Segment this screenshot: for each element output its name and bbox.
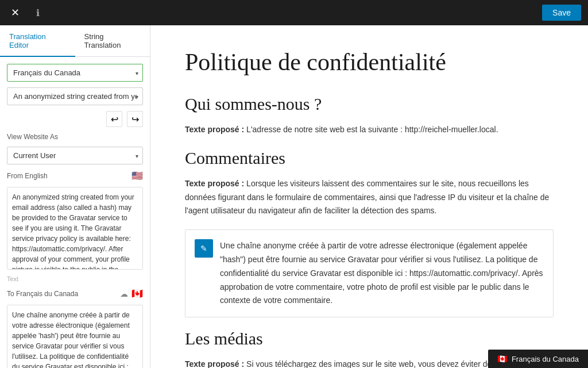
status-label: Français du Canada: [512, 355, 579, 363]
next-arrow-button[interactable]: ↪: [127, 111, 143, 127]
section-title-0: Qui sommes-nous ?: [185, 94, 554, 114]
prev-arrow-button[interactable]: ↩: [106, 111, 122, 127]
top-bar: ✕ ℹ Save: [0, 0, 588, 25]
left-panel: Translation Editor String Translation Fr…: [0, 25, 150, 368]
from-text-label: Text: [7, 275, 143, 282]
string-select[interactable]: An anonymized string created from your e…: [7, 87, 143, 105]
highlighted-text: Une chaîne anonyme créée à partir de vot…: [220, 239, 544, 308]
section-title-2: Les médias: [185, 329, 554, 348]
proposed-text-1: Texte proposé : Lorsque les visiteurs la…: [185, 177, 554, 218]
page-title: Politique de confidentialité: [185, 48, 554, 76]
from-flag: 🇺🇸: [131, 170, 143, 181]
user-select[interactable]: Current User: [7, 147, 143, 164]
save-button[interactable]: Save: [542, 5, 581, 21]
tab-translation-editor[interactable]: Translation Editor: [0, 25, 75, 56]
main-layout: Translation Editor String Translation Fr…: [0, 25, 588, 368]
to-lang-textarea[interactable]: Une chaîne anonyme créée à partir de vot…: [7, 305, 143, 368]
view-website-label: View Website As: [7, 133, 143, 141]
info-button[interactable]: ℹ: [30, 5, 46, 21]
from-english-header: From English 🇺🇸: [7, 170, 143, 181]
section-title-1: Commentaires: [185, 148, 554, 168]
status-flag: 🇨🇦: [497, 354, 507, 363]
proposed-text-0: Texte proposé : L'adresse de notre site …: [185, 123, 554, 137]
to-lang-header: To Français du Canada ☁ 🇨🇦: [7, 288, 143, 299]
panel-content: Français du CanadaFrançaisEspañol ▾ An a…: [0, 57, 150, 368]
right-panel: Politique de confidentialité Qui sommes-…: [150, 25, 588, 368]
to-flag: 🇨🇦: [131, 288, 143, 299]
proposed-label-0: Texte proposé :: [185, 125, 244, 134]
close-button[interactable]: ✕: [7, 5, 23, 21]
language-select[interactable]: Français du CanadaFrançaisEspañol: [7, 64, 143, 82]
nav-arrows: ↩ ↪: [7, 111, 143, 127]
to-lang-label: To Français du Canada: [7, 290, 78, 298]
tabs: Translation Editor String Translation: [0, 25, 150, 57]
proposed-label-1: Texte proposé :: [185, 179, 244, 188]
tab-string-translation[interactable]: String Translation: [75, 25, 150, 56]
status-bar: 🇨🇦 Français du Canada: [488, 350, 588, 368]
string-select-wrap: An anonymized string created from your e…: [7, 87, 143, 105]
from-english-textarea[interactable]: An anonymized string created from your e…: [7, 187, 143, 270]
edit-icon[interactable]: ✎: [195, 239, 213, 258]
proposed-label-2: Texte proposé :: [185, 359, 244, 368]
proposed-content-0: L'adresse de notre site web est la suiva…: [246, 125, 498, 134]
user-select-wrap: Current User ▾: [7, 147, 143, 164]
language-select-wrap: Français du CanadaFrançaisEspañol ▾: [7, 64, 143, 82]
highlighted-block: ✎ Une chaîne anonyme créée à partir de v…: [185, 229, 554, 317]
cloud-icon[interactable]: ☁: [120, 289, 128, 298]
